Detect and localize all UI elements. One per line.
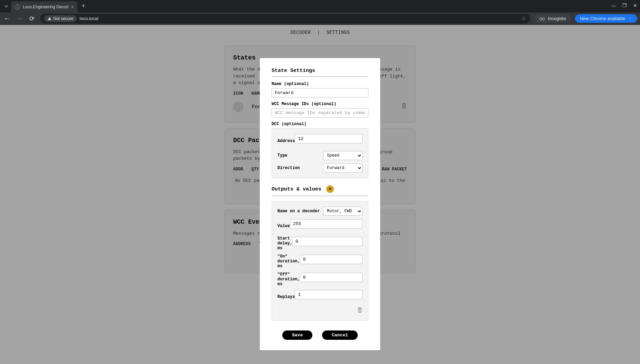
output-value-input[interactable]	[290, 219, 363, 228]
browser-toolbar: ← → ⟳ Not secure loco.local ☆ Incognito …	[0, 12, 640, 25]
name-input[interactable]	[272, 88, 368, 97]
name-label: Name (optional)	[272, 82, 368, 86]
state-settings-modal: State Settings Name (optional) WCC Messa…	[260, 58, 380, 350]
incognito-icon	[539, 17, 545, 20]
output-value-label: Value	[277, 224, 290, 228]
back-button[interactable]: ←	[3, 15, 11, 22]
wcc-ids-input[interactable]	[272, 108, 368, 118]
address-bar[interactable]: Not secure loco.local ☆	[40, 14, 530, 24]
modal-button-row: Save Cancel	[272, 330, 368, 340]
modal-overlay[interactable]: State Settings Name (optional) WCC Messa…	[0, 25, 640, 364]
on-duration-input[interactable]	[300, 255, 363, 264]
browser-tab[interactable]: Loco.Engineering Decod ×	[11, 1, 77, 12]
output-name-label: Name on a decoder	[277, 209, 323, 214]
outputs-section-header: Outputs & values +	[272, 185, 368, 196]
new-tab-button[interactable]: +	[82, 3, 85, 10]
incognito-label: Incognito	[548, 16, 566, 21]
warning-icon	[48, 17, 51, 20]
reload-button[interactable]: ⟳	[28, 15, 36, 22]
off-duration-label: "Off" duration, ms	[277, 272, 300, 287]
direction-select[interactable]: Forward	[323, 164, 363, 172]
type-label: Type	[277, 153, 323, 158]
modal-title: State Settings	[272, 68, 368, 77]
save-button[interactable]: Save	[282, 330, 312, 340]
tab-search-dropdown[interactable]	[3, 3, 10, 10]
output-settings-box: Name on a decoder Motor, FWD Value Start…	[272, 201, 368, 321]
page-viewport: DECODER | SETTINGS States What the decod…	[0, 25, 640, 364]
dcc-label: DCC (optional)	[272, 122, 368, 127]
replays-label: Replays	[277, 295, 295, 299]
outputs-title: Outputs & values	[272, 186, 321, 192]
minimize-icon[interactable]: —	[611, 3, 616, 8]
update-label: New Chrome available	[580, 16, 625, 21]
type-select[interactable]: Speed	[323, 151, 363, 160]
address-label: Address	[277, 139, 295, 143]
start-delay-input[interactable]	[292, 237, 363, 246]
dcc-settings-box: Address Type Speed Direction Forward	[272, 128, 368, 178]
security-label: Not secure	[53, 16, 73, 21]
menu-dots-icon: ⋮	[628, 16, 632, 21]
tab-title: Loco.Engineering Decod	[23, 4, 68, 9]
add-output-button[interactable]: +	[326, 185, 334, 193]
bookmark-star-icon[interactable]: ☆	[521, 15, 526, 22]
security-chip[interactable]: Not secure	[44, 15, 77, 22]
close-tab-icon[interactable]: ×	[71, 4, 74, 10]
output-name-select[interactable]: Motor, FWD	[323, 207, 363, 216]
delete-output-icon[interactable]	[357, 307, 363, 315]
browser-tab-strip: Loco.Engineering Decod × + — ❐ ✕	[0, 0, 640, 12]
forward-button[interactable]: →	[15, 15, 24, 22]
replays-input[interactable]	[295, 290, 363, 299]
chrome-update-button[interactable]: New Chrome available ⋮	[575, 14, 637, 23]
maximize-icon[interactable]: ❐	[622, 3, 627, 8]
window-controls: — ❐ ✕	[611, 3, 637, 8]
wcc-ids-label: WCC Message IDs (optional)	[272, 102, 368, 106]
address-input[interactable]	[295, 134, 363, 143]
url-text: loco.local	[80, 16, 98, 21]
start-delay-label: Start delay, ms	[277, 236, 292, 251]
globe-icon	[15, 4, 20, 10]
on-duration-label: "On" duration, ms	[277, 254, 300, 269]
direction-label: Direction	[277, 166, 323, 170]
off-duration-input[interactable]	[300, 273, 363, 282]
incognito-indicator[interactable]: Incognito	[534, 14, 571, 23]
cancel-button[interactable]: Cancel	[322, 330, 358, 340]
close-window-icon[interactable]: ✕	[633, 3, 637, 8]
